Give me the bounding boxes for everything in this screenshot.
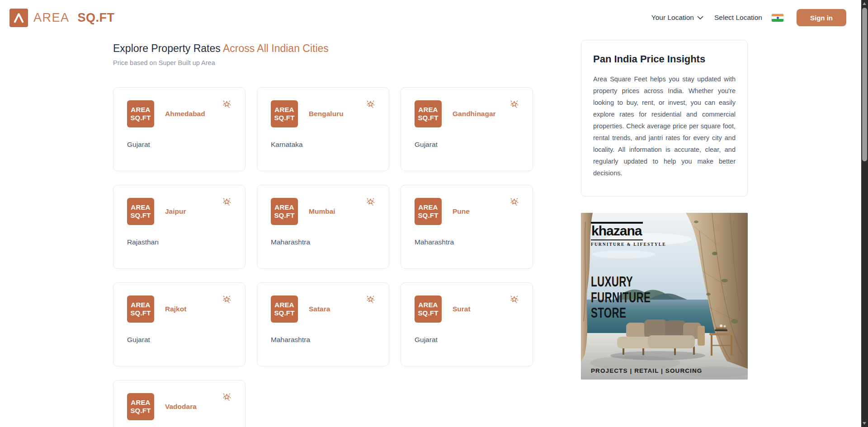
city-card[interactable]: AREA SQ.FT Gandhinagar Gujarat xyxy=(401,87,533,171)
areasqft-badge: AREA SQ.FT xyxy=(271,198,298,225)
areasqft-badge: AREA SQ.FT xyxy=(415,100,442,127)
ad-headline-line1: LUXURY xyxy=(591,274,651,290)
nav-select-location[interactable]: Select Location xyxy=(714,14,762,22)
brand-name-sqft: SQ.FT xyxy=(78,11,115,25)
badge-line2: SQ.FT xyxy=(274,114,294,122)
city-name: Jaipur xyxy=(165,207,186,216)
scroll-up-arrow[interactable] xyxy=(863,2,866,5)
badge-line1: AREA xyxy=(274,106,294,114)
brand-name-area: AREA xyxy=(33,11,70,25)
sparkle-icon xyxy=(365,294,376,305)
city-card-top: AREA SQ.FT Ahmedabad xyxy=(127,100,232,127)
cities-section: Explore Property Rates Across All Indian… xyxy=(113,35,533,427)
badge-line1: AREA xyxy=(274,203,294,211)
badge-line2: SQ.FT xyxy=(274,211,294,220)
city-card[interactable]: AREA SQ.FT Jaipur Rajasthan xyxy=(113,185,245,269)
city-card[interactable]: AREA SQ.FT Surat Gujarat xyxy=(401,282,533,366)
header: AREA SQ.FT Your Location Select Location… xyxy=(0,0,868,35)
scroll-down-arrow[interactable] xyxy=(863,422,866,425)
badge-line1: AREA xyxy=(418,301,438,309)
city-name: Surat xyxy=(453,305,471,313)
city-state: Maharashtra xyxy=(271,238,376,246)
sign-in-button[interactable]: Sign in xyxy=(797,9,846,26)
sparkle-icon xyxy=(509,197,519,207)
areasqft-badge: AREA SQ.FT xyxy=(415,296,442,323)
nav-your-location[interactable]: Your Location xyxy=(651,14,703,22)
badge-line1: AREA xyxy=(131,203,150,211)
city-name: Satara xyxy=(309,305,330,313)
city-card-top: AREA SQ.FT Rajkot xyxy=(127,296,232,323)
city-card-top: AREA SQ.FT Pune xyxy=(415,198,520,225)
areasqft-badge: AREA SQ.FT xyxy=(127,198,154,225)
badge-line2: SQ.FT xyxy=(130,211,151,220)
your-location-label: Your Location xyxy=(651,14,694,22)
city-name: Mumbai xyxy=(309,207,335,216)
city-card[interactable]: AREA SQ.FT Pune Maharashtra xyxy=(401,185,533,269)
sparkle-icon xyxy=(222,197,232,207)
select-location-label: Select Location xyxy=(714,14,762,22)
badge-line1: AREA xyxy=(131,399,150,407)
areasqft-badge: AREA SQ.FT xyxy=(271,296,298,323)
badge-line2: SQ.FT xyxy=(274,309,294,317)
badge-line1: AREA xyxy=(418,203,438,211)
khazana-brand-name: khazana xyxy=(591,222,643,240)
city-card[interactable]: AREA SQ.FT Satara Maharashtra xyxy=(257,282,389,366)
city-card[interactable]: AREA SQ.FT Mumbai Maharashtra xyxy=(257,185,389,269)
scrollbar[interactable] xyxy=(861,0,868,427)
badge-line2: SQ.FT xyxy=(130,309,151,317)
badge-line2: SQ.FT xyxy=(130,407,151,415)
city-card-top: AREA SQ.FT Surat xyxy=(415,296,520,323)
ad-headline-line3: STORE xyxy=(591,305,651,321)
main-content: Explore Property Rates Across All Indian… xyxy=(0,35,868,427)
brand-logo-mark xyxy=(9,9,28,27)
brand-logo[interactable]: AREA SQ.FT xyxy=(9,9,115,27)
caret-mountain-icon xyxy=(13,12,25,23)
insights-card: Pan India Price Insights Area Square Fee… xyxy=(581,40,748,197)
badge-line1: AREA xyxy=(274,301,294,309)
page-subtitle: Price based on Super Built up Area xyxy=(113,58,533,67)
badge-line1: AREA xyxy=(131,301,150,309)
areasqft-badge: AREA SQ.FT xyxy=(271,100,298,127)
areasqft-badge: AREA SQ.FT xyxy=(127,393,154,420)
ad-headline-line2: FURNITURE xyxy=(591,290,651,306)
page-title-dark: Explore Property Rates xyxy=(113,42,221,54)
insights-title: Pan India Price Insights xyxy=(593,53,736,66)
areasqft-badge: AREA SQ.FT xyxy=(127,100,154,127)
badge-line2: SQ.FT xyxy=(418,211,438,220)
city-name: Gandhinagar xyxy=(453,110,496,118)
areasqft-badge: AREA SQ.FT xyxy=(127,296,154,323)
city-card[interactable]: AREA SQ.FT Vadodara xyxy=(113,380,245,427)
city-card[interactable]: AREA SQ.FT Bengaluru Karnataka xyxy=(257,87,389,171)
city-card-top: AREA SQ.FT Gandhinagar xyxy=(415,100,520,127)
sparkle-icon xyxy=(222,99,232,109)
city-card[interactable]: AREA SQ.FT Ahmedabad Gujarat xyxy=(113,87,245,171)
badge-line1: AREA xyxy=(418,106,438,114)
sparkle-icon xyxy=(509,294,519,305)
city-card-top: AREA SQ.FT Vadodara xyxy=(127,393,232,420)
city-name: Bengaluru xyxy=(309,110,344,118)
city-state: Gujarat xyxy=(415,336,520,344)
city-state: Maharashtra xyxy=(271,336,376,344)
india-flag-icon xyxy=(771,14,784,22)
city-card-top: AREA SQ.FT Satara xyxy=(271,296,376,323)
sidebar: Pan India Price Insights Area Square Fee… xyxy=(581,35,748,380)
city-card[interactable]: AREA SQ.FT Rajkot Gujarat xyxy=(113,282,245,366)
city-state: Gujarat xyxy=(127,141,232,149)
header-nav: Your Location Select Location Sign in xyxy=(651,9,846,26)
ad-footer: PROJECTS | RETAIL | SOURCING xyxy=(591,367,702,374)
page: AREA SQ.FT Your Location Select Location… xyxy=(0,0,868,427)
page-title: Explore Property Rates Across All Indian… xyxy=(113,42,533,55)
city-state: Maharashtra xyxy=(415,238,520,246)
city-name: Rajkot xyxy=(165,305,186,313)
city-grid: AREA SQ.FT Ahmedabad Gujarat AREA SQ.FT … xyxy=(113,87,533,427)
city-state: Gujarat xyxy=(127,336,232,344)
city-name: Pune xyxy=(453,207,470,216)
khazana-logo: khazana FURNITURE & LIFESTYLE xyxy=(591,222,666,247)
city-name: Ahmedabad xyxy=(165,110,205,118)
khazana-ad-banner[interactable]: khazana FURNITURE & LIFESTYLE LUXURY FUR… xyxy=(581,213,748,380)
ad-headline: LUXURY FURNITURE STORE xyxy=(591,274,674,321)
scrollbar-thumb[interactable] xyxy=(862,8,867,161)
city-name: Vadodara xyxy=(165,403,197,411)
sparkle-icon xyxy=(222,294,232,305)
badge-line2: SQ.FT xyxy=(130,114,151,122)
